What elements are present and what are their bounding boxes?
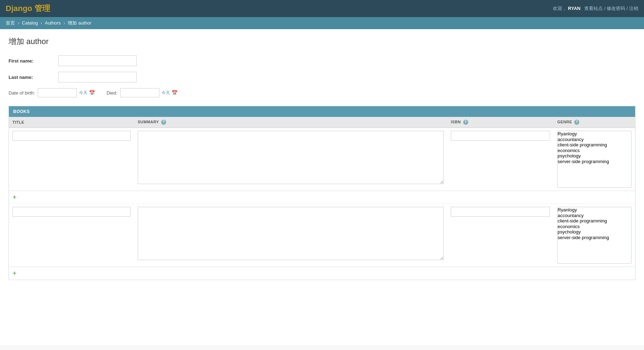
add-book-row-link-1[interactable]: + [9,191,635,204]
book-summary-textarea-1[interactable] [138,131,444,184]
book-genre-cell-1: Ryanlogyaccountancyclient-side programmi… [554,128,635,191]
first-name-input[interactable] [58,55,137,66]
dob-calendar-icon[interactable]: 📅 [89,90,95,96]
books-table-header-row: TITLE SUMMARY ? ISBN ? GENRE ? [9,117,635,128]
breadcrumb-sep2: › [41,20,43,26]
died-today-link[interactable]: 今天 [162,90,170,96]
isbn-help-icon[interactable]: ? [463,120,468,125]
view-site-link[interactable]: 查看站点 [584,6,603,11]
books-table: TITLE SUMMARY ? ISBN ? GENRE ? [9,117,635,280]
genre-help-icon[interactable]: ? [574,120,579,125]
col-genre-header: GENRE ? [554,117,635,128]
username: RYAN [568,6,580,11]
breadcrumb-catalog[interactable]: Catalog [22,20,38,26]
add-row-2-row: + [9,267,635,280]
table-row: Ryanlogyaccountancyclient-side programmi… [9,204,635,267]
book-genre-select-1[interactable]: Ryanlogyaccountancyclient-side programmi… [557,131,632,188]
add-row-1-row: + [9,191,635,204]
died-group: Died: 今天 📅 [106,88,177,97]
book-isbn-input-1[interactable] [451,131,550,141]
summary-help-icon[interactable]: ? [161,120,166,125]
first-name-row: First name: [9,55,635,66]
books-section-header: BOOKS [9,106,635,117]
header: Django 管理 欢迎， RYAN 查看站点 / 修改密码 / 注销 [0,0,644,17]
dob-label: Date of birth: [9,90,35,96]
breadcrumb-home[interactable]: 首页 [6,20,15,26]
date-row: Date of birth: 今天 📅 Died: 今天 📅 [9,88,635,97]
col-isbn-header: ISBN ? [447,117,554,128]
col-title-header: TITLE [9,117,134,128]
book-title-cell-1 [9,128,134,191]
breadcrumb-bar: 首页 › Catalog › Authors › 增加 author [0,17,644,29]
first-name-label: First name: [9,58,58,64]
book-summary-textarea-2[interactable] [138,207,444,260]
user-info: 欢迎， RYAN 查看站点 / 修改密码 / 注销 [553,5,638,12]
book-summary-cell-1 [134,128,447,191]
separator2: / [627,6,629,11]
brand-title: Django 管理 [6,3,50,14]
died-label: Died: [106,90,117,96]
col-summary-header: SUMMARY ? [134,117,447,128]
dob-today-link[interactable]: 今天 [79,90,88,96]
books-section: BOOKS TITLE SUMMARY ? ISBN ? G [9,106,635,280]
welcome-label: 欢迎， [553,6,567,11]
last-name-row: Last name: [9,72,635,82]
book-genre-cell-2: Ryanlogyaccountancyclient-side programmi… [554,204,635,267]
logout-link[interactable]: 注销 [629,6,638,11]
dob-input[interactable] [38,88,77,97]
breadcrumb-authors[interactable]: Authors [45,20,61,26]
died-calendar-icon[interactable]: 📅 [171,90,178,96]
breadcrumb-sep3: › [63,20,66,26]
died-input[interactable] [120,88,159,97]
last-name-input[interactable] [58,72,137,82]
book-title-input-2[interactable] [12,207,131,217]
book-title-input-1[interactable] [12,131,131,141]
book-isbn-cell-2 [447,204,554,267]
main-content: 增加 author First name: Last name: Date of… [0,29,644,345]
change-password-link[interactable]: 修改密码 [607,6,625,11]
dob-group: Date of birth: 今天 📅 [9,88,95,97]
breadcrumb-sep1: › [18,20,21,26]
add-book-row-link-2[interactable]: + [9,267,635,280]
last-name-label: Last name: [9,75,58,80]
page-title: 增加 author [9,36,635,47]
breadcrumb-current: 增加 author [68,20,91,26]
book-isbn-cell-1 [447,128,554,191]
book-title-cell-2 [9,204,134,267]
book-isbn-input-2[interactable] [451,207,550,217]
book-summary-cell-2 [134,204,447,267]
table-row: Ryanlogyaccountancyclient-side programmi… [9,128,635,191]
book-genre-select-2[interactable]: Ryanlogyaccountancyclient-side programmi… [557,207,632,264]
